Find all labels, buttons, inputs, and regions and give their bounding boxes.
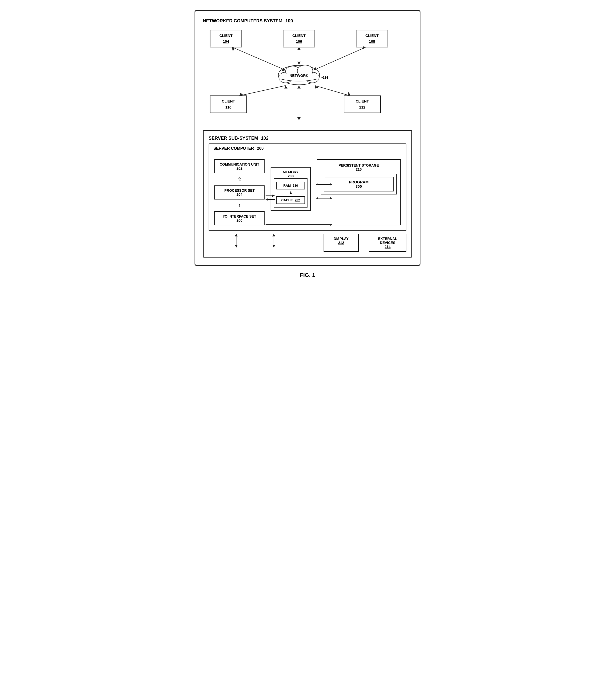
display-box: DISPLAY 212 [323,234,359,252]
svg-marker-57 [272,245,276,248]
persistent-inner1: PROGRAM 300 [321,174,397,195]
svg-rect-17 [210,96,246,113]
svg-marker-40 [297,85,301,88]
external-devices-label: EXTERNAL DEVICES [373,237,402,245]
left-column: COMMUNICATION UNIT 202 ⇕ PROCESSOR SET 2… [214,159,265,225]
display-ref: 212 [328,241,355,245]
svg-text:106: 106 [296,39,302,43]
server-computer-box: SERVER COMPUTER 200 COMMUNICATION UNIT 2… [209,143,406,231]
svg-text:104: 104 [223,39,229,43]
svg-text:CLIENT: CLIENT [292,34,306,38]
svg-text:CLIENT: CLIENT [222,99,235,103]
program-box: PROGRAM 300 [324,177,394,191]
io-label: I/O INTERFACE SET [218,214,260,218]
page-container: NETWORKED COMPUTERS SYSTEM 100 CLIENT 10… [194,10,421,278]
cache-box: CACHE 232 [277,196,305,204]
persistent-ref: 210 [321,167,397,171]
comm-unit-ref: 202 [218,166,260,170]
server-computer-text: SERVER COMPUTER [213,146,254,151]
svg-text:108: 108 [369,39,375,43]
memory-inner: RAM 230 ⇕ CACHE 232 [274,178,307,208]
svg-text:NETWORK: NETWORK [290,74,309,78]
io-interface-box: I/O INTERFACE SET 206 [214,211,265,225]
svg-marker-39 [297,117,301,120]
svg-text:~114: ~114 [321,76,328,79]
io-ref: 206 [218,218,260,222]
svg-rect-20 [344,96,380,113]
persistent-storage-outer: PERSISTENT STORAGE 210 PROGRAM 300 [317,159,401,225]
svg-text:112: 112 [359,105,365,109]
server-subsystem-ref: 102 [261,136,269,141]
comm-unit-label: COMMUNICATION UNIT [218,162,260,166]
svg-rect-6 [356,30,388,47]
network-diagram-svg: CLIENT 104 CLIENT 106 CLIENT 108 [203,25,412,127]
external-devices-ref: 214 [373,245,402,249]
server-computer-label: SERVER COMPUTER 200 [213,146,264,151]
io-arrows-svg [211,234,313,249]
svg-text:CLIENT: CLIENT [356,99,369,103]
svg-line-35 [315,85,350,96]
svg-marker-34 [284,85,288,88]
network-cloud: NETWORK ~114 [278,65,328,85]
arrow-proc-io: ↕ [214,202,265,208]
svg-marker-54 [235,245,238,248]
fig-label: FIG. 1 [194,272,421,278]
svg-text:CLIENT: CLIENT [219,34,233,38]
right-column: PERSISTENT STORAGE 210 PROGRAM 300 [317,159,401,225]
memory-label-text: MEMORY [274,170,307,174]
svg-rect-3 [283,30,315,47]
server-subsystem: SERVER SUB-SYSTEM 102 SERVER COMPUTER 20… [203,130,412,258]
processor-label: PROCESSOR SET [218,188,260,192]
bottom-boxes: DISPLAY 212 EXTERNAL DEVICES 214 [209,234,406,252]
svg-marker-58 [272,234,276,236]
networked-system-text: NETWORKED COMPUTERS SYSTEM [203,18,282,24]
external-devices-box: EXTERNAL DEVICES 214 [369,234,406,252]
program-ref: 300 [327,184,390,188]
server-subsystem-label: SERVER SUB-SYSTEM 102 [209,136,406,141]
proc-mem-arrows [271,159,311,167]
svg-marker-28 [297,47,301,50]
program-label: PROGRAM [327,180,390,184]
svg-line-29 [313,47,366,70]
svg-text:CLIENT: CLIENT [366,34,379,38]
memory-outer: MEMORY 208 RAM 230 ⇕ CACHE 232 [271,167,311,211]
svg-rect-0 [210,30,242,47]
svg-text:110: 110 [226,105,231,109]
server-computer-ref: 200 [257,146,264,151]
svg-marker-27 [297,62,301,65]
memory-ref: 208 [274,174,307,178]
processor-ref: 204 [218,192,260,197]
middle-column: MEMORY 208 RAM 230 ⇕ CACHE 232 [271,159,311,225]
svg-marker-55 [235,234,238,236]
outer-box: NETWORKED COMPUTERS SYSTEM 100 CLIENT 10… [194,10,421,266]
display-label: DISPLAY [328,237,355,241]
processor-set-box: PROCESSOR SET 204 [214,185,265,200]
arrow-comm-proc: ⇕ [214,176,265,183]
svg-line-23 [232,47,285,70]
networked-system-ref: 100 [285,18,293,24]
svg-line-32 [239,85,285,96]
persistent-label: PERSISTENT STORAGE [321,163,397,167]
networked-system-label: NETWORKED COMPUTERS SYSTEM 100 [203,18,412,24]
server-subsystem-text: SERVER SUB-SYSTEM [209,136,258,141]
ram-box: RAM 230 [277,182,305,189]
comm-unit-box: COMMUNICATION UNIT 202 [214,159,265,173]
